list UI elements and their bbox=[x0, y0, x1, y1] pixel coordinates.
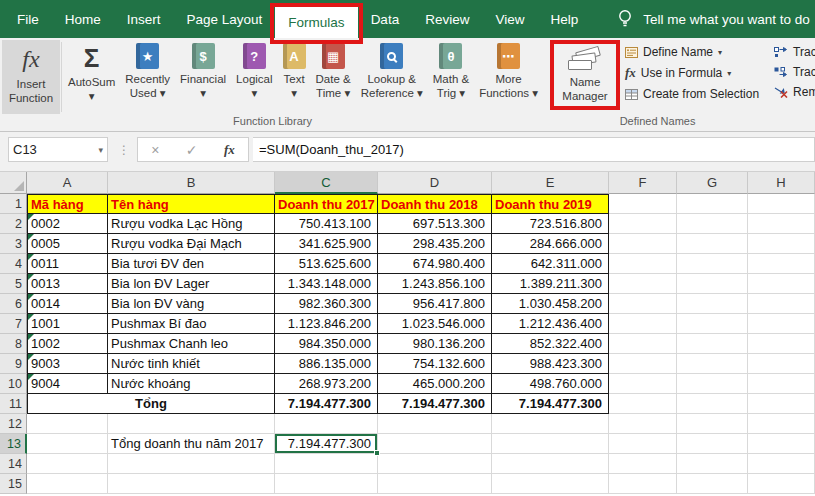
lookup-reference-button[interactable]: Lookup & Reference ▾ bbox=[356, 40, 428, 114]
cell[interactable] bbox=[677, 274, 748, 294]
cell-A8[interactable]: 1002 bbox=[27, 334, 108, 354]
cell[interactable] bbox=[609, 314, 677, 334]
cell-E2[interactable]: 723.516.800 bbox=[492, 214, 609, 234]
cell[interactable] bbox=[492, 454, 609, 474]
column-header-h[interactable]: H bbox=[748, 172, 815, 194]
cell[interactable] bbox=[609, 434, 677, 454]
more-functions-button[interactable]: ⋯ More Functions ▾ bbox=[474, 40, 543, 114]
cell-C6[interactable]: 982.360.300 bbox=[275, 294, 378, 314]
cell[interactable] bbox=[609, 414, 677, 434]
insert-function-fx-button[interactable]: fx bbox=[224, 142, 235, 158]
cell-C8[interactable]: 984.350.000 bbox=[275, 334, 378, 354]
cell-E5[interactable]: 1.389.211.300 bbox=[492, 274, 609, 294]
cell-D8[interactable]: 980.136.200 bbox=[378, 334, 492, 354]
cell-A11-B11-merged-total-label[interactable]: Tổng bbox=[27, 394, 275, 414]
cell[interactable] bbox=[609, 454, 677, 474]
cell[interactable] bbox=[748, 474, 815, 494]
cell[interactable] bbox=[748, 374, 815, 394]
cell-B8[interactable]: Pushmax Chanh leo bbox=[108, 334, 275, 354]
cell[interactable] bbox=[27, 474, 108, 494]
cell[interactable] bbox=[609, 334, 677, 354]
cell-B1[interactable]: Tên hàng bbox=[108, 194, 275, 214]
cell[interactable] bbox=[27, 454, 108, 474]
cell[interactable] bbox=[748, 334, 815, 354]
cell[interactable] bbox=[108, 474, 275, 494]
cell-B10[interactable]: Nước khoáng bbox=[108, 374, 275, 394]
cell[interactable] bbox=[677, 294, 748, 314]
cell[interactable] bbox=[609, 354, 677, 374]
column-header-a[interactable]: A bbox=[27, 172, 108, 194]
cell[interactable] bbox=[275, 454, 378, 474]
cell-C5[interactable]: 1.343.148.000 bbox=[275, 274, 378, 294]
cell-C10[interactable]: 268.973.200 bbox=[275, 374, 378, 394]
define-name-button[interactable]: Define Name ▾ bbox=[623, 45, 766, 59]
cell[interactable] bbox=[108, 414, 275, 434]
cell-D4[interactable]: 674.980.400 bbox=[378, 254, 492, 274]
trace-dependents-button[interactable]: Trace D bbox=[772, 65, 815, 79]
use-in-formula-button[interactable]: fx Use in Formula ▾ bbox=[623, 65, 766, 81]
row-header[interactable]: 1 bbox=[0, 194, 27, 214]
cell-A5[interactable]: 0013 bbox=[27, 274, 108, 294]
cell[interactable] bbox=[748, 394, 815, 414]
insert-function-button[interactable]: fx Insert Function bbox=[2, 40, 60, 114]
cell-A4[interactable]: 0011 bbox=[27, 254, 108, 274]
row-header[interactable]: 9 bbox=[0, 354, 27, 374]
cell[interactable] bbox=[275, 414, 378, 434]
cell-A1[interactable]: Mã hàng bbox=[27, 194, 108, 214]
cell[interactable] bbox=[27, 434, 108, 454]
cell[interactable] bbox=[609, 214, 677, 234]
cell-B6[interactable]: Bia lon ĐV vàng bbox=[108, 294, 275, 314]
text-button[interactable]: A Text ▾ bbox=[278, 40, 311, 114]
cell-A10[interactable]: 9004 bbox=[27, 374, 108, 394]
cell[interactable] bbox=[748, 434, 815, 454]
tab-review[interactable]: Review bbox=[412, 0, 482, 38]
tab-page-layout[interactable]: Page Layout bbox=[174, 0, 276, 38]
cell[interactable] bbox=[677, 254, 748, 274]
cell-A3[interactable]: 0005 bbox=[27, 234, 108, 254]
cell-E6[interactable]: 1.030.458.200 bbox=[492, 294, 609, 314]
cell-A7[interactable]: 1001 bbox=[27, 314, 108, 334]
cell-C1[interactable]: Doanh thu 2017 bbox=[275, 194, 378, 214]
cell-E4[interactable]: 642.311.000 bbox=[492, 254, 609, 274]
column-header-b[interactable]: B bbox=[108, 172, 275, 194]
cell-B2[interactable]: Rượu vodka Lạc Hồng bbox=[108, 214, 275, 234]
cell[interactable] bbox=[677, 414, 748, 434]
tab-home[interactable]: Home bbox=[52, 0, 114, 38]
cell-D5[interactable]: 1.243.856.100 bbox=[378, 274, 492, 294]
cell-D1[interactable]: Doanh thu 2018 bbox=[378, 194, 492, 214]
tab-file[interactable]: File bbox=[4, 0, 52, 38]
cell-B4[interactable]: Bia tươi ĐV đen bbox=[108, 254, 275, 274]
cell[interactable] bbox=[609, 234, 677, 254]
cell-C11[interactable]: 7.194.477.300 bbox=[275, 394, 378, 414]
math-trig-button[interactable]: θ Math & Trig ▾ bbox=[428, 40, 474, 114]
cell[interactable] bbox=[677, 474, 748, 494]
tab-help[interactable]: Help bbox=[537, 0, 591, 38]
cell[interactable] bbox=[748, 234, 815, 254]
cell[interactable] bbox=[609, 374, 677, 394]
cell[interactable] bbox=[378, 454, 492, 474]
cell[interactable] bbox=[748, 214, 815, 234]
cell[interactable] bbox=[492, 414, 609, 434]
row-header[interactable]: 6 bbox=[0, 294, 27, 314]
cell[interactable] bbox=[677, 374, 748, 394]
cell[interactable] bbox=[748, 294, 815, 314]
name-box[interactable]: C13 ▾ bbox=[8, 137, 108, 162]
cell[interactable] bbox=[609, 294, 677, 314]
name-box-dropdown-icon[interactable]: ▾ bbox=[98, 145, 103, 155]
tab-formulas[interactable]: Formulas bbox=[275, 7, 357, 38]
cell[interactable] bbox=[609, 394, 677, 414]
cell[interactable] bbox=[677, 354, 748, 374]
cell-C13-selected[interactable]: 7.194.477.300 bbox=[275, 434, 378, 454]
cell-D3[interactable]: 298.435.200 bbox=[378, 234, 492, 254]
cell-A6[interactable]: 0014 bbox=[27, 294, 108, 314]
cell[interactable] bbox=[748, 414, 815, 434]
fill-handle[interactable] bbox=[374, 450, 380, 456]
cell-A9[interactable]: 9003 bbox=[27, 354, 108, 374]
cancel-button[interactable]: × bbox=[151, 142, 159, 158]
row-header[interactable]: 7 bbox=[0, 314, 27, 334]
cell[interactable] bbox=[748, 254, 815, 274]
row-header[interactable]: 10 bbox=[0, 374, 27, 394]
cell-E1[interactable]: Doanh thu 2019 bbox=[492, 194, 609, 214]
cell-C2[interactable]: 750.413.100 bbox=[275, 214, 378, 234]
cell-E11[interactable]: 7.194.477.300 bbox=[492, 394, 609, 414]
